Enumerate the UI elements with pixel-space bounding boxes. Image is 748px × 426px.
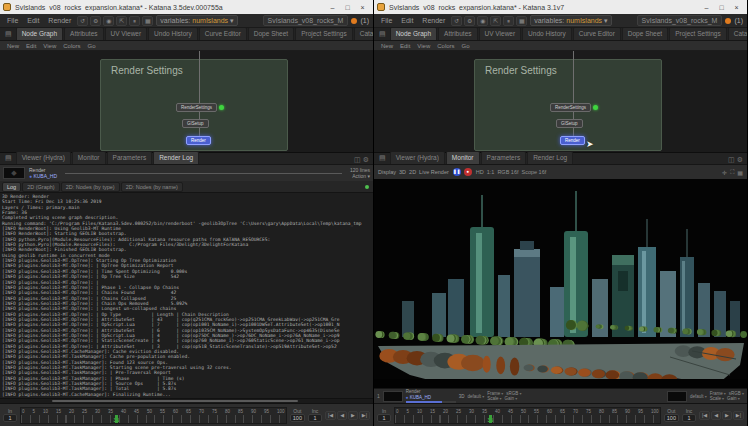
nodegraph-menu-item[interactable]: View: [414, 43, 433, 49]
monitor-view-icon[interactable]: ✛: [722, 169, 727, 176]
pane-tab[interactable]: Curve Editor: [199, 28, 247, 40]
preset-dropdown-b[interactable]: default: [690, 394, 707, 399]
toolbar-icon[interactable]: ⚙: [464, 16, 475, 26]
monitor-view-icon[interactable]: ▦: [737, 169, 743, 176]
pane-tab[interactable]: UV Viewer: [105, 28, 148, 40]
pane-tab[interactable]: Catalog: [728, 28, 747, 40]
playhead[interactable]: 36: [485, 408, 495, 423]
in-value[interactable]: 1: [377, 414, 391, 422]
timeline-out-field[interactable]: Out 100: [290, 408, 305, 422]
nodegraph-menu-item[interactable]: Colors: [434, 43, 457, 49]
scrollbar-thumb[interactable]: [52, 400, 298, 402]
node-gisetup[interactable]: GISetup: [556, 119, 583, 128]
file-menu[interactable]: File: [4, 17, 21, 24]
session-tab[interactable]: SvIslands_v08_rocks_M: [263, 15, 349, 26]
nodegraph-menu-item[interactable]: Colors: [60, 43, 83, 49]
pane-tab[interactable]: Dope Sheet: [622, 28, 668, 40]
display-label[interactable]: Display: [378, 169, 396, 175]
timeline-out-field[interactable]: Out 100: [664, 408, 679, 422]
log-action-dropdown[interactable]: Action ▾: [352, 173, 370, 179]
live-render-toggle[interactable]: Live Render: [419, 169, 449, 175]
pane-gear-icon[interactable]: ⚙: [363, 156, 369, 164]
pane-tab[interactable]: Attributes: [64, 28, 103, 40]
node-gisetup[interactable]: GISetup: [182, 119, 209, 128]
render-thumbnail[interactable]: [383, 391, 403, 402]
render-log-output[interactable]: 3D Render: RenderStart Time: Fri Dec 13 …: [0, 193, 373, 398]
node-rendersettings[interactable]: RenderSettings: [550, 103, 598, 112]
toolbar-icon[interactable]: ⇱: [490, 16, 501, 26]
pane-tab[interactable]: Render Log: [527, 151, 573, 164]
transport-button[interactable]: ▶|: [359, 411, 370, 420]
toolbar-icon[interactable]: ◉: [477, 16, 488, 26]
inc-value[interactable]: 1: [682, 414, 696, 422]
timeline-inc-field[interactable]: Inc 1: [682, 408, 696, 422]
toolbar-icon[interactable]: ⏸: [503, 16, 514, 26]
session-tab[interactable]: SvIslands_v08_rocks_M: [637, 15, 723, 26]
pane-tab[interactable]: Monitor: [72, 151, 106, 164]
transport-button[interactable]: |◀: [699, 411, 710, 420]
message-indicator-icon[interactable]: [351, 18, 357, 24]
pane-menu-icon[interactable]: ▤: [2, 152, 15, 164]
catalog-slider[interactable]: [65, 173, 342, 174]
transport-button[interactable]: ◀: [711, 411, 721, 420]
variables-dropdown[interactable]: variables: numIslands ▾: [530, 15, 611, 26]
timeline-inc-field[interactable]: Inc 1: [308, 408, 322, 422]
node-render[interactable]: Render: [560, 136, 585, 145]
render-item[interactable]: Render ● KUBA_HD: [29, 167, 57, 179]
pane-menu-icon[interactable]: ▤: [376, 152, 389, 164]
log-subtab[interactable]: 2D: Nodes (by type): [61, 182, 120, 192]
monitor-control[interactable]: HD: [476, 169, 484, 175]
dimension-toggle[interactable]: 3D: [399, 169, 406, 175]
pane-tab[interactable]: Attributes: [438, 28, 477, 40]
timeline-in-field[interactable]: In 1: [3, 408, 17, 422]
close-button[interactable]: ×: [729, 1, 744, 14]
titlebar[interactable]: SvIslands_v08_rocks_expansion.katana* - …: [374, 0, 747, 14]
pane-tab[interactable]: Parameters: [481, 151, 527, 164]
variables-dropdown[interactable]: variables: numIslands ▾: [156, 15, 237, 26]
toolbar-icon[interactable]: ▦: [516, 16, 527, 26]
render-menu[interactable]: Render: [45, 17, 74, 24]
toolbar-icon[interactable]: ⏸: [129, 16, 140, 26]
nodegraph-menu-item[interactable]: New: [378, 43, 396, 49]
timeline-ruler[interactable]: 0510152025303540455055606570758085909510…: [394, 407, 661, 424]
close-button[interactable]: ×: [355, 1, 370, 14]
pane-tab[interactable]: Project Settings: [295, 28, 353, 40]
toolbar-icon[interactable]: ⇱: [116, 16, 127, 26]
minimize-button[interactable]: –: [325, 1, 340, 14]
option-dropdown[interactable]: Scale: [487, 396, 501, 402]
transport-button[interactable]: ▶: [722, 411, 732, 420]
in-value[interactable]: 1: [3, 414, 17, 422]
transport-button[interactable]: |◀: [325, 411, 336, 420]
pane-menu-icon[interactable]: ▤: [376, 28, 389, 40]
nodegraph-menu-item[interactable]: Go: [85, 43, 99, 49]
toolbar-icon[interactable]: ▦: [142, 16, 153, 26]
out-value[interactable]: 100: [664, 414, 679, 422]
pane-tab[interactable]: Undo History: [148, 28, 198, 40]
pane-gear-icon[interactable]: ⚙: [737, 156, 743, 164]
stop-icon[interactable]: ●: [464, 168, 472, 176]
maximize-button[interactable]: □: [714, 1, 729, 14]
pane-tab[interactable]: Parameters: [107, 151, 153, 164]
nodegraph-menu-item[interactable]: View: [40, 43, 59, 49]
pane-tab[interactable]: Viewer (Hydra): [390, 151, 445, 164]
render-menu[interactable]: Render: [419, 17, 448, 24]
node-render[interactable]: Render: [186, 136, 211, 145]
pane-tab[interactable]: UV Viewer: [479, 28, 522, 40]
titlebar[interactable]: SvIslands_v08_rocks_expansion.katana* - …: [0, 0, 373, 14]
option-dropdown[interactable]: Gain: [727, 396, 740, 402]
pane-menu-icon[interactable]: ▤: [2, 28, 15, 40]
timeline-ruler[interactable]: 0510152025303540455055606570758085909510…: [20, 407, 287, 424]
nodegraph-menu-item[interactable]: Go: [459, 43, 473, 49]
edit-menu[interactable]: Edit: [24, 17, 42, 24]
preset-dropdown[interactable]: default: [468, 394, 485, 399]
transport-button[interactable]: ▶|: [733, 411, 744, 420]
log-subtab[interactable]: 2D (Graph): [22, 182, 60, 192]
transport-button[interactable]: ◀: [337, 411, 347, 420]
file-menu[interactable]: File: [378, 17, 395, 24]
minimize-button[interactable]: –: [699, 1, 714, 14]
monitor-control[interactable]: RGB 16f: [497, 169, 518, 175]
option-dropdown[interactable]: Scale: [710, 396, 724, 402]
pane-tab[interactable]: Dope Sheet: [248, 28, 294, 40]
pane-tab[interactable]: Node Graph: [16, 28, 63, 40]
monitor-view-icon[interactable]: ⛶: [730, 169, 734, 176]
